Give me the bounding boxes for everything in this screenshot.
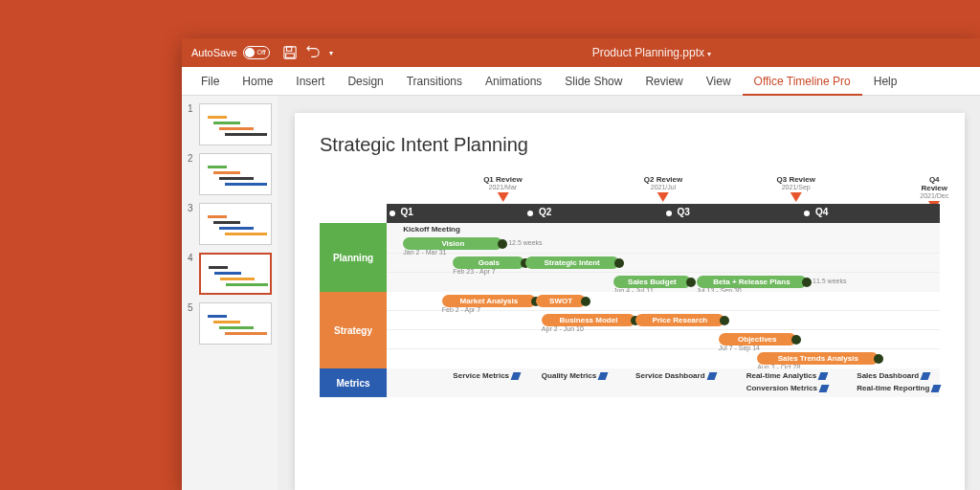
milestone-icon bbox=[614, 258, 624, 268]
milestone-icon bbox=[686, 278, 696, 287]
ribbon-tab-help[interactable]: Help bbox=[862, 67, 909, 96]
ribbon-tab-view[interactable]: View bbox=[695, 67, 743, 96]
milestone-icon bbox=[498, 239, 507, 249]
lane-label-metrics: Metrics bbox=[320, 368, 387, 397]
powerpoint-window: AutoSave Off ▾ Product Planning.pptx▾ Fi… bbox=[182, 38, 980, 490]
ribbon-tab-file[interactable]: File bbox=[189, 67, 231, 96]
milestone-icon bbox=[581, 297, 590, 306]
titlebar: AutoSave Off ▾ Product Planning.pptx▾ bbox=[182, 38, 980, 67]
milestone-icon bbox=[720, 316, 729, 325]
milestone-icon bbox=[802, 278, 812, 287]
lane-label-planning: Planning bbox=[320, 223, 387, 292]
swimlane-metrics: Metrics Service MetricsQuality MetricsSe… bbox=[320, 368, 940, 397]
undo-icon[interactable] bbox=[306, 46, 320, 59]
save-icon[interactable] bbox=[283, 46, 297, 59]
metric-item: Conversion Metrics bbox=[746, 384, 828, 392]
ribbon-tab-insert[interactable]: Insert bbox=[284, 67, 336, 96]
autosave-control[interactable]: AutoSave Off bbox=[191, 46, 270, 59]
gantt-bar[interactable]: Strategic Intent bbox=[525, 256, 619, 269]
gantt-row: ObjectivesJul 7 - Sep 14 bbox=[387, 330, 940, 349]
quarter-bar: Q1Q2Q3Q4 bbox=[387, 204, 940, 223]
chevron-down-icon[interactable]: ▾ bbox=[707, 50, 711, 58]
bar-duration: 12.5 weeks bbox=[508, 239, 542, 246]
gantt-bar[interactable]: Price Research bbox=[635, 314, 724, 326]
review-marker: Q2 Review2021/Jul bbox=[644, 175, 682, 202]
lane-body-planning: Kickoff MeetingVisionJan 2 - Mar 3112.5 … bbox=[387, 223, 940, 292]
metric-item: Real-time Reporting bbox=[857, 384, 940, 392]
ribbon-tab-design[interactable]: Design bbox=[336, 67, 394, 96]
metric-item: Real-time Analytics bbox=[746, 371, 828, 380]
thumbnail-preview[interactable] bbox=[199, 253, 272, 295]
slide-thumbnail[interactable]: 5 bbox=[188, 302, 272, 345]
ribbon-tab-transitions[interactable]: Transitions bbox=[395, 67, 474, 96]
lane-body-metrics: Service MetricsQuality MetricsService Da… bbox=[387, 368, 940, 397]
lane-body-strategy: Market AnalysisFeb 2 - Apr 7SWOTBusiness… bbox=[387, 292, 940, 368]
kickoff-title: Kickoff Meeting bbox=[403, 225, 460, 234]
thumbnail-number: 5 bbox=[188, 302, 195, 345]
current-slide[interactable]: Strategic Intent Planning Q1 Review2021/… bbox=[295, 113, 965, 490]
gantt-row: VisionJan 2 - Mar 3112.5 weeks bbox=[387, 234, 940, 254]
metric-item: Sales Dashboard bbox=[857, 371, 929, 380]
window-title: Product Planning.pptx▾ bbox=[333, 46, 970, 59]
gantt-row: GoalsFeb 23 - Apr 7Strategic Intent bbox=[387, 254, 940, 273]
slide-editor-area[interactable]: Strategic Intent Planning Q1 Review2021/… bbox=[278, 96, 980, 490]
thumbnail-number: 2 bbox=[188, 153, 195, 195]
quarter-label: Q4 bbox=[815, 207, 828, 217]
lane-label-strategy: Strategy bbox=[320, 292, 387, 368]
quick-access-toolbar: ▾ bbox=[283, 46, 333, 59]
quarter-dot bbox=[804, 211, 810, 216]
milestone-icon bbox=[874, 354, 883, 364]
ribbon-tab-office-timeline-pro[interactable]: Office Timeline Pro bbox=[743, 67, 862, 96]
thumbnail-number: 1 bbox=[188, 103, 195, 145]
metric-item: Quality Metrics bbox=[542, 371, 607, 380]
ribbon-tab-home[interactable]: Home bbox=[231, 67, 284, 96]
gantt-row: Market AnalysisFeb 2 - Apr 7SWOT bbox=[387, 292, 940, 311]
slide-thumbnails-panel: 12345 bbox=[182, 96, 278, 490]
thumbnail-preview[interactable] bbox=[199, 153, 272, 195]
swimlane-strategy: Strategy Market AnalysisFeb 2 - Apr 7SWO… bbox=[320, 292, 940, 368]
quarter-label: Q2 bbox=[539, 207, 551, 217]
ribbon-tab-review[interactable]: Review bbox=[634, 67, 694, 96]
quarter-dot bbox=[390, 211, 395, 216]
timeline-chart: Q1 Review2021/MarQ2 Review2021/JulQ3 Rev… bbox=[320, 175, 940, 397]
review-marker: Q1 Review2021/Mar bbox=[483, 175, 522, 202]
autosave-toggle-icon[interactable]: Off bbox=[243, 46, 270, 59]
svg-rect-2 bbox=[285, 54, 294, 57]
slide-title: Strategic Intent Planning bbox=[320, 134, 940, 156]
metric-item: Service Dashboard bbox=[635, 371, 715, 380]
slide-thumbnail[interactable]: 4 bbox=[188, 253, 272, 295]
autosave-label: AutoSave bbox=[191, 47, 237, 58]
slide-thumbnail[interactable]: 1 bbox=[188, 103, 272, 145]
gantt-row: Sales BudgetJun 4 - Jul 11Beta + Release… bbox=[387, 273, 940, 292]
svg-rect-1 bbox=[286, 47, 291, 51]
swimlane-planning: Planning Kickoff MeetingVisionJan 2 - Ma… bbox=[320, 223, 940, 292]
review-markers: Q1 Review2021/MarQ2 Review2021/JulQ3 Rev… bbox=[387, 175, 940, 204]
slide-thumbnail[interactable]: 3 bbox=[188, 203, 272, 245]
ribbon-tab-slide-show[interactable]: Slide Show bbox=[553, 67, 634, 96]
quarter-label: Q1 bbox=[400, 207, 412, 217]
bar-duration: 11.5 weeks bbox=[813, 278, 846, 284]
gantt-row: Business ModelApr 2 - Jun 10Price Resear… bbox=[387, 311, 940, 330]
milestone-icon bbox=[791, 335, 801, 345]
gantt-row: Sales Trends AnalysisAug 3 - Oct 28 bbox=[387, 349, 940, 368]
workspace: 12345 Strategic Intent Planning Q1 Revie… bbox=[182, 96, 980, 490]
review-marker: Q3 Review2021/Sep bbox=[776, 175, 814, 202]
thumbnail-preview[interactable] bbox=[199, 203, 272, 245]
ribbon-tab-animations[interactable]: Animations bbox=[474, 67, 553, 96]
thumbnail-preview[interactable] bbox=[199, 103, 272, 145]
quarter-dot bbox=[666, 211, 672, 216]
thumbnail-number: 4 bbox=[188, 253, 195, 295]
quarter-dot bbox=[527, 211, 533, 216]
slide-thumbnail[interactable]: 2 bbox=[188, 153, 272, 195]
metric-item: Service Metrics bbox=[453, 371, 520, 380]
gantt-bar[interactable]: SWOT bbox=[536, 295, 586, 307]
thumbnail-number: 3 bbox=[188, 203, 195, 245]
thumbnail-preview[interactable] bbox=[199, 302, 272, 345]
quarter-label: Q3 bbox=[677, 207, 689, 217]
ribbon-tabs: FileHomeInsertDesignTransitionsAnimation… bbox=[182, 67, 980, 96]
